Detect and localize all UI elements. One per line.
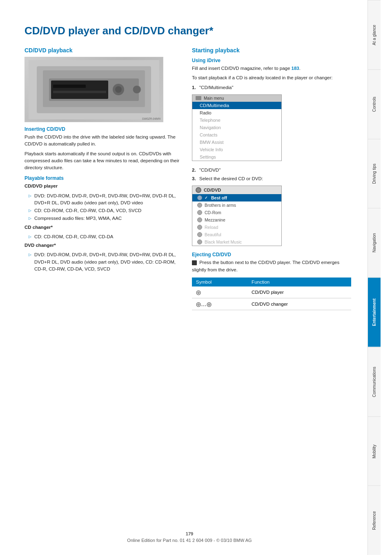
table-header-function: Function: [247, 278, 351, 286]
tab-mobility[interactable]: Mobility: [368, 416, 381, 486]
function-cd-changer: CD/DVD changer: [247, 298, 351, 310]
page-ref-link[interactable]: 183: [292, 66, 299, 71]
cd-disc-icon: [197, 232, 202, 237]
svg-rect-4: [51, 81, 108, 99]
symbol-cd-changer: ◎…◎: [192, 298, 247, 310]
cd-icon: [196, 187, 201, 193]
svg-point-9: [133, 85, 141, 94]
cd-disc-icon: [197, 239, 202, 244]
cd-item-mezzanine[interactable]: Mezzanine: [192, 216, 281, 224]
menu-title-bar: Main menu: [192, 95, 281, 102]
inserting-text-1: Push the CD/DVD into the drive with the …: [24, 134, 180, 148]
step-3: 3. Select the desired CD or DVD:: [192, 175, 351, 182]
dvd-changer-items-list: DVD: DVD-ROM, DVD-R, DVD+R, DVD-RW, DVD+…: [29, 251, 180, 273]
menu-item-vehicle-info[interactable]: Vehicle Info: [192, 146, 281, 153]
tab-communications[interactable]: Communications: [368, 347, 381, 416]
tab-at-a-glance[interactable]: At a glance: [368, 0, 381, 69]
eject-button-icon: [192, 260, 197, 265]
idrive-text-1: Fill and insert CD/DVD magazine, refer t…: [192, 65, 351, 72]
cd-item-black-market[interactable]: Black Market Music: [192, 238, 281, 246]
cd-menu-title: CD/DVD: [192, 186, 281, 194]
cd-disc-icon: [197, 210, 202, 215]
svg-point-6: [115, 86, 122, 93]
left-column: CD/DVD playback: [24, 47, 180, 310]
cd-disc-icon: [197, 203, 202, 208]
ejecting-heading: Ejecting CD/DVD: [192, 252, 351, 257]
starting-playback-heading: Starting playback: [192, 47, 351, 54]
main-menu-mockup: Main menu CD/Multimedia Radio Telephone …: [192, 94, 282, 161]
tab-entertainment[interactable]: Entertainment: [368, 278, 381, 347]
cd-dvd-playback-heading: CD/DVD playback: [24, 47, 180, 54]
list-item: DVD: DVD-ROM, DVD-R, DVD+R, DVD-RW, DVD+…: [29, 251, 180, 273]
car-image-inner: [25, 57, 163, 122]
list-item: CD: CD-ROM, CD-R, CD-RW, CD-DA: [29, 233, 180, 240]
symbol-table: Symbol Function ◎ CD/DVD player: [192, 278, 351, 310]
page-number: 179: [0, 531, 379, 536]
right-column: Starting playback Using iDrive Fill and …: [192, 47, 351, 310]
menu-icon: [196, 96, 201, 100]
list-item: Compressed audio files: MP3, WMA, AAC: [29, 215, 180, 222]
function-cd-player: CD/DVD player: [247, 286, 351, 298]
changer-label: CD changer*: [24, 224, 180, 231]
cd-item-cdrom[interactable]: CD-Rom: [192, 209, 281, 216]
cd-player-icon: ◎: [196, 289, 201, 295]
right-tabs: At a glance Controls Driving tips Naviga…: [368, 0, 381, 555]
car-image: SW0ZR-04MN: [24, 57, 163, 122]
cd-item-brothers[interactable]: Brothers in arms: [192, 201, 281, 209]
changer-items-list: CD: CD-ROM, CD-R, CD-RW, CD-DA: [29, 233, 180, 240]
using-idrive-heading: Using iDrive: [192, 58, 351, 63]
cd-item-best-off[interactable]: ✓ Best off: [192, 194, 281, 201]
footer-text: Online Edition for Part no. 01 41 2 604 …: [127, 538, 252, 543]
cd-disc-icon: [197, 195, 202, 200]
menu-item-settings[interactable]: Settings: [192, 153, 281, 161]
table-header-symbol: Symbol: [192, 278, 247, 286]
idrive-text-2: To start playback if a CD is already loc…: [192, 74, 351, 81]
step-2: 2. "CD/DVD": [192, 167, 351, 174]
menu-item-navigation[interactable]: Navigation: [192, 124, 281, 131]
inserting-text-2: Playback starts automatically if the sou…: [24, 150, 180, 172]
player-items-list: DVD: DVD-ROM, DVD-R, DVD+R, DVD-RW, DVD+…: [29, 192, 180, 222]
image-watermark: SW0ZR-04MN: [142, 117, 160, 120]
list-item: DVD: DVD-ROM, DVD-R, DVD+R, DVD-RW, DVD+…: [29, 192, 180, 207]
menu-item-cd-multimedia[interactable]: CD/Multimedia: [192, 102, 281, 109]
tab-controls[interactable]: Controls: [368, 69, 381, 139]
step-2-list: 2. "CD/DVD" 3. Select the desired CD or …: [192, 167, 351, 183]
page-footer: 179 Online Edition for Part no. 01 41 2 …: [0, 531, 379, 543]
step-1: 1. "CD/Multimedia": [192, 84, 351, 91]
svg-rect-7: [53, 85, 86, 88]
player-label: CD/DVD player: [24, 183, 180, 190]
cd-item-reload[interactable]: Reload: [192, 224, 281, 231]
cd-menu-label: CD/DVD: [204, 188, 221, 192]
page-title: CD/DVD player and CD/DVD changer*: [24, 25, 351, 37]
symbol-cd-player: ◎: [192, 286, 247, 298]
tab-reference[interactable]: Reference: [368, 486, 381, 555]
dvd-changer-label: DVD changer*: [24, 242, 180, 249]
main-menu-label: Main menu: [204, 96, 224, 101]
cd-dvd-menu-mockup: CD/DVD ✓ Best off Brothers in arms CD-Ro…: [192, 186, 282, 246]
cd-item-beautiful[interactable]: Beautiful: [192, 231, 281, 238]
inserting-heading: Inserting CD/DVD: [24, 126, 180, 132]
menu-item-telephone[interactable]: Telephone: [192, 116, 281, 124]
playable-formats-heading: Playable formats: [24, 175, 180, 181]
table-row: ◎ CD/DVD player: [192, 286, 351, 298]
cd-changer-icon: ◎…◎: [196, 301, 212, 307]
menu-item-contacts[interactable]: Contacts: [192, 131, 281, 139]
cd-disc-icon: [197, 225, 202, 230]
steps-list: 1. "CD/Multimedia": [192, 84, 351, 91]
svg-rect-8: [53, 91, 106, 93]
ejecting-section: Ejecting CD/DVD Press the button next to…: [192, 252, 351, 273]
cd-disc-icon: [197, 217, 202, 222]
two-column-layout: CD/DVD playback: [24, 47, 351, 310]
page-container: CD/DVD player and CD/DVD changer* CD/DVD…: [0, 0, 392, 555]
main-content: CD/DVD player and CD/DVD changer* CD/DVD…: [0, 0, 368, 555]
menu-item-radio[interactable]: Radio: [192, 109, 281, 116]
table-row: ◎…◎ CD/DVD changer: [192, 298, 351, 310]
tab-driving-tips[interactable]: Driving tips: [368, 139, 381, 208]
ejecting-text: Press the button next to the CD/DVD play…: [192, 259, 351, 273]
list-item: CD: CD-ROM, CD-R, CD-RW, CD-DA, VCD, SVC…: [29, 207, 180, 214]
menu-item-bmw-assist[interactable]: BMW Assist: [192, 139, 281, 146]
tab-navigation[interactable]: Navigation: [368, 208, 381, 278]
